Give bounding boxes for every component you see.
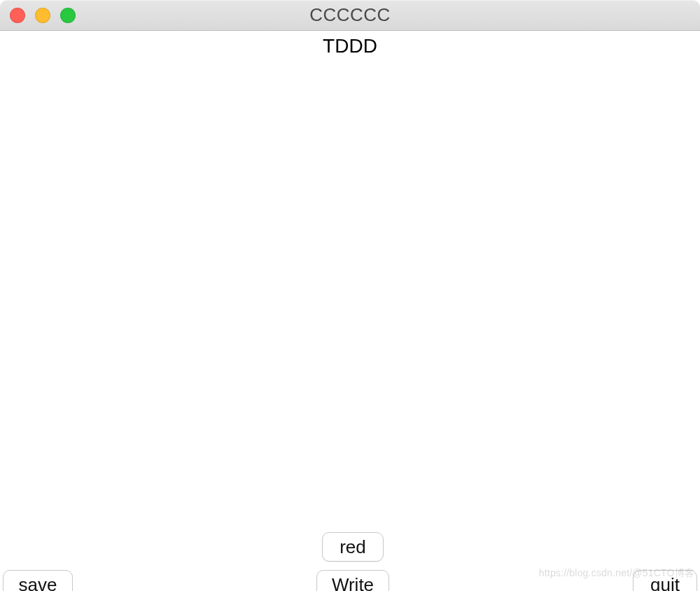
- watermark-text: https://blog.csdn.net/@51CTO博客: [539, 567, 694, 580]
- save-button[interactable]: save: [3, 570, 73, 591]
- traffic-lights: [10, 8, 76, 23]
- page-title: TDDD: [0, 35, 700, 57]
- red-button[interactable]: red: [322, 532, 384, 562]
- content-area: TDDD red Write save quit https://blog.cs…: [0, 31, 700, 591]
- window-title: CCCCCC: [0, 4, 700, 26]
- app-window: CCCCCC TDDD red Write save quit https://…: [0, 0, 700, 591]
- close-icon[interactable]: [10, 8, 25, 23]
- minimize-icon[interactable]: [35, 8, 50, 23]
- write-button[interactable]: Write: [316, 570, 389, 591]
- titlebar: CCCCCC: [0, 0, 700, 31]
- zoom-icon[interactable]: [60, 8, 76, 23]
